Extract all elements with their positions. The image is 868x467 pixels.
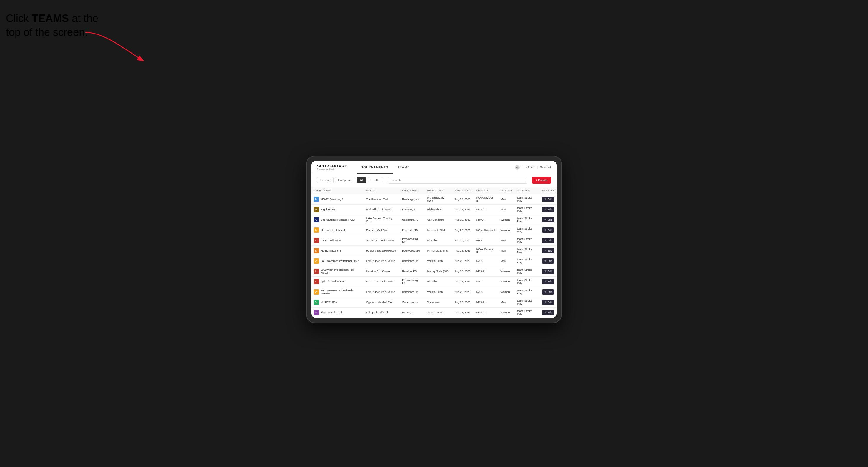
cell-start-date: Aug 28, 2023 bbox=[452, 236, 474, 246]
edit-button[interactable]: ✎ Edit bbox=[542, 289, 554, 294]
cell-hosted-by: Minnesota-Morris bbox=[425, 246, 452, 256]
cell-scoring: team, Stroke Play bbox=[515, 277, 539, 287]
cell-venue: Lake Bracken Country Club bbox=[364, 215, 400, 225]
edit-button[interactable]: ✎ Edit bbox=[542, 269, 554, 274]
filter-icon: ≡ bbox=[371, 179, 372, 182]
cell-venue: StoneCrest Golf Course bbox=[364, 277, 400, 287]
edit-button[interactable]: ✎ Edit bbox=[542, 227, 554, 233]
cell-gender: Men bbox=[498, 236, 515, 246]
cell-scoring: team, Stroke Play bbox=[515, 236, 539, 246]
search-input[interactable] bbox=[388, 177, 527, 184]
cell-city-state: Newburgh, NY bbox=[400, 194, 425, 205]
cell-hosted-by: John A Logan bbox=[425, 308, 452, 318]
cell-start-date: Aug 28, 2023 bbox=[452, 297, 474, 308]
table-row: V VU PREVIEW Cypress Hills Golf Club Vin… bbox=[311, 297, 557, 308]
cell-division: NICAA I bbox=[474, 215, 498, 225]
event-name-text: Maverick Invitational bbox=[321, 229, 345, 231]
nav-bar: SCOREBOARD Powered by Clippit TOURNAMENT… bbox=[311, 161, 557, 174]
table-row: M Maverick Invitational Faribault Golf C… bbox=[311, 225, 557, 236]
filter-hosting[interactable]: Hosting bbox=[317, 177, 334, 183]
cell-venue: Hesston Golf Course bbox=[364, 266, 400, 277]
cell-actions: ✎ Edit bbox=[539, 308, 557, 318]
edit-button[interactable]: ✎ Edit bbox=[542, 258, 554, 264]
cell-scoring: team, Stroke Play bbox=[515, 287, 539, 297]
nav-teams[interactable]: TEAMS bbox=[393, 161, 414, 174]
cell-hosted-by: Mt. Saint Mary (NY) bbox=[425, 194, 452, 205]
cell-actions: ✎ Edit bbox=[539, 287, 557, 297]
cell-scoring: team, Stroke Play bbox=[515, 246, 539, 256]
col-actions: ACTIONS bbox=[539, 187, 557, 194]
cell-city-state: Galesburg, IL bbox=[400, 215, 425, 225]
cell-event-name: K Klash at Kokopelli bbox=[311, 308, 364, 318]
edit-button[interactable]: ✎ Edit bbox=[542, 279, 554, 284]
cell-gender: Women bbox=[498, 266, 515, 277]
filter-button[interactable]: ≡ Filter bbox=[368, 177, 383, 183]
cell-scoring: team, Stroke Play bbox=[515, 297, 539, 308]
filter-all[interactable]: All bbox=[356, 177, 366, 183]
cell-start-date: Aug 28, 2023 bbox=[452, 287, 474, 297]
edit-button[interactable]: ✎ Edit bbox=[542, 196, 554, 202]
nav-tournaments[interactable]: TOURNAMENTS bbox=[356, 161, 393, 174]
cell-event-name: C Carl Sandburg Women FA23 bbox=[311, 215, 364, 225]
cell-hosted-by: Murray State (OK) bbox=[425, 266, 452, 277]
cell-scoring: team, Stroke Play bbox=[515, 308, 539, 318]
cell-hosted-by: Pikeville bbox=[425, 236, 452, 246]
edit-button[interactable]: ✎ Edit bbox=[542, 207, 554, 212]
gear-icon[interactable]: ⚙ bbox=[515, 165, 520, 170]
cell-gender: Women bbox=[498, 308, 515, 318]
table-row: M MSMC Qualifying 1 The Powelton Club Ne… bbox=[311, 194, 557, 205]
col-division: DIVISION bbox=[474, 187, 498, 194]
edit-button[interactable]: ✎ Edit bbox=[542, 248, 554, 253]
col-city-state: CITY, STATE bbox=[400, 187, 425, 194]
edit-button[interactable]: ✎ Edit bbox=[542, 238, 554, 243]
annotation-bold: TEAMS bbox=[32, 12, 69, 24]
tablet-frame: SCOREBOARD Powered by Clippit TOURNAMENT… bbox=[306, 156, 562, 323]
tablet-screen: SCOREBOARD Powered by Clippit TOURNAMENT… bbox=[311, 161, 557, 318]
col-event-name: EVENT NAME bbox=[311, 187, 364, 194]
cell-hosted-by: Carl Sandburg bbox=[425, 215, 452, 225]
cell-division: NICAA I bbox=[474, 308, 498, 318]
event-name-text: UPIKE Fall Invite bbox=[321, 239, 341, 242]
cell-start-date: Aug 26, 2023 bbox=[452, 215, 474, 225]
filter-competing[interactable]: Competing bbox=[335, 177, 355, 183]
cell-actions: ✎ Edit bbox=[539, 297, 557, 308]
col-start-date: START DATE bbox=[452, 187, 474, 194]
cell-gender: Women bbox=[498, 215, 515, 225]
team-icon: U bbox=[314, 238, 319, 243]
signout-link[interactable]: Sign out bbox=[540, 166, 551, 169]
cell-scoring: team, Stroke Play bbox=[515, 256, 539, 266]
cell-city-state: Deerwood, MN bbox=[400, 246, 425, 256]
cell-actions: ✎ Edit bbox=[539, 236, 557, 246]
edit-button[interactable]: ✎ Edit bbox=[542, 300, 554, 305]
cell-event-name: M MSMC Qualifying 1 bbox=[311, 194, 364, 205]
cell-venue: Faribault Golf Club bbox=[364, 225, 400, 236]
event-name-text: Klash at Kokopelli bbox=[321, 311, 342, 314]
cell-actions: ✎ Edit bbox=[539, 225, 557, 236]
cell-event-name: V VU PREVIEW bbox=[311, 297, 364, 308]
cell-city-state: Faribault, MN bbox=[400, 225, 425, 236]
team-icon: M bbox=[314, 196, 319, 202]
team-icon: U bbox=[314, 279, 319, 284]
table-header-row: EVENT NAME VENUE CITY, STATE HOSTED BY S… bbox=[311, 187, 557, 194]
create-button[interactable]: + Create bbox=[532, 177, 551, 184]
table-container: EVENT NAME VENUE CITY, STATE HOSTED BY S… bbox=[311, 187, 557, 318]
tournaments-table: EVENT NAME VENUE CITY, STATE HOSTED BY S… bbox=[311, 187, 557, 318]
cell-city-state: Prestonsburg, KY bbox=[400, 236, 425, 246]
cell-venue: Cypress Hills Golf Club bbox=[364, 297, 400, 308]
event-name-text: upike fall invitational bbox=[321, 280, 345, 283]
cell-division: NAIA bbox=[474, 277, 498, 287]
col-venue: VENUE bbox=[364, 187, 400, 194]
cell-venue: Edmundson Golf Course bbox=[364, 256, 400, 266]
filter-group: Hosting Competing All ≡ Filter bbox=[317, 177, 383, 183]
team-icon: C bbox=[314, 217, 319, 222]
cell-division: NICAA II bbox=[474, 266, 498, 277]
cell-event-name: H Highland 36 bbox=[311, 205, 364, 215]
cell-city-state: Prestonsburg, KY bbox=[400, 277, 425, 287]
cell-start-date: Aug 25, 2023 bbox=[452, 205, 474, 215]
cell-actions: ✎ Edit bbox=[539, 194, 557, 205]
cell-venue: Park Hills Golf Course bbox=[364, 205, 400, 215]
cell-scoring: team, Stroke Play bbox=[515, 215, 539, 225]
edit-button[interactable]: ✎ Edit bbox=[542, 217, 554, 222]
cell-actions: ✎ Edit bbox=[539, 246, 557, 256]
edit-button[interactable]: ✎ Edit bbox=[542, 310, 554, 315]
